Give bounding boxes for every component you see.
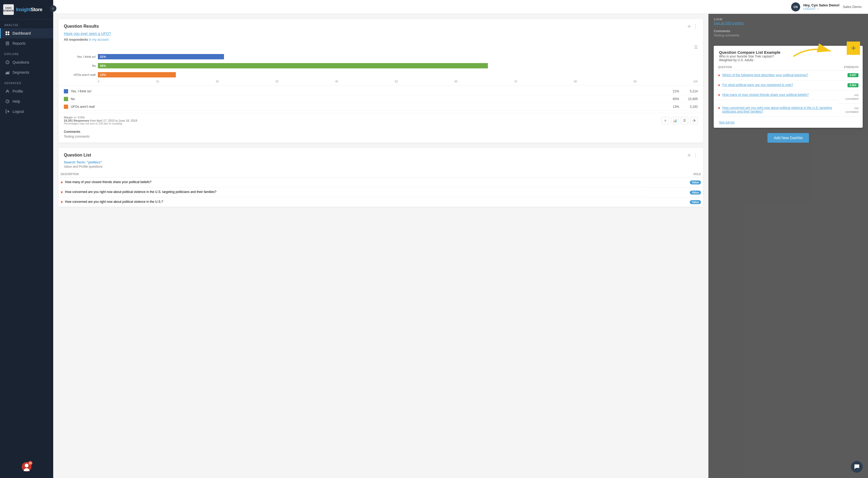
table-view-icon[interactable]: ≡ xyxy=(661,117,669,124)
sidebar-item-questions[interactable]: ? Questions xyxy=(0,57,53,67)
see-full-list-link[interactable]: See full list xyxy=(719,121,735,124)
sidebar-item-help[interactable]: ? Help xyxy=(0,96,53,107)
add-dashlet-area: Add New Dashlet xyxy=(708,128,868,148)
help-circle-icon: ? xyxy=(5,60,10,65)
chart-footer: Margin +/- 0.6% 24,301 Responses from Ap… xyxy=(59,113,703,128)
list-view-icon[interactable]: ☰ xyxy=(681,117,688,124)
bar-row: No 65% xyxy=(64,62,698,69)
dashlet-comments: Comments Testing comments xyxy=(59,128,703,143)
legend-area: Yes, I think so! 21% 5,214 No 65% 15,905… xyxy=(59,85,703,113)
topbar-avatar: CN xyxy=(791,2,800,11)
chart-menu-icon[interactable]: ☰ xyxy=(694,45,698,50)
sidebar-section-explore: EXPLORE xyxy=(0,49,53,57)
favorite-icon[interactable]: ♥ xyxy=(61,180,63,184)
compare-row: ♥ For what political party are you regis… xyxy=(714,80,863,90)
dashlet-controls: ✛ ⋮ xyxy=(687,23,698,29)
favorite-icon[interactable]: ♥ xyxy=(718,73,720,78)
topbar-logout[interactable]: LOGOUT → xyxy=(803,7,840,10)
table-row: ♥ How concerned are you right now about … xyxy=(59,197,703,207)
avatar: 25 xyxy=(22,462,31,472)
favorite-icon[interactable]: ♥ xyxy=(718,83,720,87)
compare-card: ✛ Question Compare List Example Who is y… xyxy=(714,46,863,128)
compare-question-link[interactable]: How many of your closest friends share y… xyxy=(722,93,809,97)
dashlet-header-2: Question List ✛ ⋮ xyxy=(59,148,703,160)
svg-text:?: ? xyxy=(7,61,8,64)
main-content: CN Hey, Cyn Sales Demo! LOGOUT → Sales D… xyxy=(53,0,868,478)
right-comments: Comments Testing comments xyxy=(708,28,868,40)
bar-row: UFOs aren't real! 13% xyxy=(64,71,698,79)
legend-row: UFOs aren't real! 13% 3,182 xyxy=(64,103,698,111)
role-badge: Value xyxy=(690,200,701,204)
logout-link[interactable]: LOGOUT xyxy=(803,7,815,10)
civic-logo-icon: CIVICSCIENCE xyxy=(3,4,14,15)
sidebar-section-advanced: ADVANCED xyxy=(0,78,53,86)
content-area: Question Results ✛ ⋮ Have you ever seen … xyxy=(53,14,868,478)
chat-bubble[interactable] xyxy=(851,461,863,473)
strength-not-correlated: not correlated xyxy=(845,107,859,113)
svg-rect-10 xyxy=(7,71,7,74)
sidebar-item-questions-label: Questions xyxy=(12,60,29,64)
compare-row: ♥ Which of the following best describes … xyxy=(714,70,863,81)
grid-icon xyxy=(5,31,10,36)
move-handle-icon-2[interactable]: ✛ xyxy=(687,153,691,158)
svg-rect-9 xyxy=(6,73,6,74)
dashlet-title: Question Results xyxy=(64,24,99,29)
sidebar-item-profile[interactable]: Profile xyxy=(0,86,53,96)
dashlet-subtitle: Have you ever seen a UFO? xyxy=(59,31,703,38)
svg-rect-11 xyxy=(8,72,8,74)
compare-question-link[interactable]: Which of the following best describes yo… xyxy=(722,73,808,77)
compare-row: ♥ How concerned are you right now about … xyxy=(714,103,863,116)
sidebar-item-dashboard[interactable]: Dashboard xyxy=(0,28,53,38)
table-row: ♥ How concerned are you right now about … xyxy=(59,187,703,197)
chart-icons: ≡ 📊 ☰ ◔ xyxy=(661,117,698,124)
user-icon xyxy=(5,89,10,94)
svg-rect-4 xyxy=(6,42,9,45)
move-icon-highlight[interactable]: ✛ xyxy=(847,41,860,55)
filter-text: Value and Profile questions xyxy=(59,165,703,171)
legend-row: Yes, I think so! 21% 5,214 xyxy=(64,88,698,95)
sidebar-section-analyze: ANALYZE xyxy=(0,20,53,28)
table-row: ♥ How many of your closest friends share… xyxy=(59,178,703,188)
sidebar-item-segments-label: Segments xyxy=(12,70,29,74)
sidebar-item-reports-label: Reports xyxy=(12,41,26,46)
sidebar: CIVICSCIENCE InsightStore ANALYZE Dashbo… xyxy=(0,0,53,478)
question-list-dashlet: Question List ✛ ⋮ Search Term: "politics… xyxy=(59,148,703,207)
question-link[interactable]: Have you ever seen a UFO? xyxy=(64,31,111,36)
topbar-user: CN Hey, Cyn Sales Demo! LOGOUT → Sales D… xyxy=(791,2,862,11)
bar-row: Yes, I think so! 21% xyxy=(64,53,698,60)
add-dashlet-button[interactable]: Add New Dashlet xyxy=(768,133,809,143)
topbar-greeting: Hey, Cyn Sales Demo! xyxy=(803,3,840,7)
compare-col-question: QUESTION xyxy=(714,64,837,70)
favorite-icon[interactable]: ♥ xyxy=(718,93,720,97)
sidebar-item-dashboard-label: Dashboard xyxy=(12,31,31,35)
bar-view-icon[interactable]: 📊 xyxy=(671,117,679,124)
svg-rect-1 xyxy=(8,31,9,33)
sidebar-item-segments[interactable]: Segments xyxy=(0,67,53,78)
move-handle-icon[interactable]: ✛ xyxy=(687,24,691,29)
sidebar-item-reports[interactable]: Reports xyxy=(0,38,53,49)
dashlet-header: Question Results ✛ ⋮ xyxy=(59,19,703,31)
compare-question-link[interactable]: For what political party are you registe… xyxy=(722,83,793,87)
svg-rect-3 xyxy=(8,33,9,35)
compare-col-strength: STRENGTH xyxy=(837,64,863,70)
pie-view-icon[interactable]: ◔ xyxy=(690,117,698,124)
question-results-dashlet: Question Results ✛ ⋮ Have you ever seen … xyxy=(59,19,703,143)
more-options-icon[interactable]: ⋮ xyxy=(693,23,698,29)
favorite-icon[interactable]: ♥ xyxy=(718,106,720,110)
help-icon: ? xyxy=(5,99,10,104)
svg-text:?: ? xyxy=(7,100,8,103)
compare-question-link[interactable]: How concerned are you right now about po… xyxy=(722,106,833,113)
sidebar-item-logout[interactable]: Logout xyxy=(0,107,53,117)
compare-table: QUESTION STRENGTH ♥ Which of the followi… xyxy=(714,64,863,116)
role-badge: Value xyxy=(690,180,701,184)
compare-row: ♥ How many of your closest friends share… xyxy=(714,90,863,103)
compare-header: Question Compare List Example Who is you… xyxy=(714,46,863,64)
sidebar-item-help-label: Help xyxy=(12,99,20,103)
see-insights-link[interactable]: See all 599 insights xyxy=(714,21,744,25)
more-options-icon-2[interactable]: ⋮ xyxy=(693,152,698,158)
sidebar-collapse-button[interactable] xyxy=(50,5,56,12)
favorite-icon[interactable]: ♥ xyxy=(61,190,63,194)
question-table: DESCRIPTION ROLE ♥ How many of your clos… xyxy=(59,171,703,207)
favorite-icon[interactable]: ♥ xyxy=(61,200,63,204)
left-panel: Question Results ✛ ⋮ Have you ever seen … xyxy=(53,14,708,478)
